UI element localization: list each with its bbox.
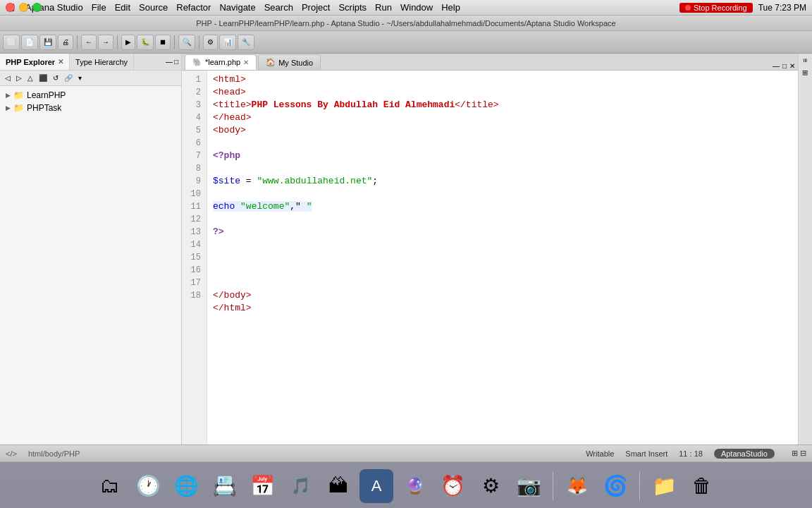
dock-chrome[interactable]: 🌀 [598,469,632,503]
toolbar-back[interactable]: ← [81,35,97,50]
dock-preferences[interactable]: ⚙ [474,469,508,503]
tree-item-phptask[interactable]: ▶ 📁 PHPTask [0,102,181,114]
sidebar-tab-controls: — □ [166,58,181,66]
dock-time-machine[interactable]: ⏰ [436,469,469,503]
sidebar-tool-link[interactable]: 🔗 [62,73,75,83]
dock-system-prefs[interactable]: 🕐 [131,469,165,503]
status-app-badge: AptanaStudio [714,449,775,459]
menubar: ⌘ Aptana Studio File Edit Source Refacto… [0,0,812,16]
sidebar-tool-up[interactable]: △ [25,73,35,83]
menu-run[interactable]: Run [375,2,392,13]
menu-window[interactable]: Window [400,2,433,13]
dock-facetime[interactable]: 📷 [512,469,546,503]
learn-php-tab-icon: 🐘 [192,58,202,67]
toolbar-debug[interactable]: 🐛 [137,35,154,50]
minimize-button[interactable] [19,3,28,12]
sidebar-tab-type-hierarchy[interactable]: Type Hierarchy [70,54,134,70]
menu-help[interactable]: Help [441,2,460,13]
window-controls[interactable] [6,3,42,12]
toolbar-extra-1[interactable]: ⚙ [203,35,218,50]
statusbar: </> html/body/PHP Writable Smart Insert … [0,445,812,461]
dock-aptana[interactable]: A [359,469,393,503]
dock-folder[interactable]: 📁 [647,469,681,503]
tree-label-learnphp: LearnPHP [27,90,66,100]
toolbar-btn-print[interactable]: 🖨 [58,35,73,50]
toolbar-run[interactable]: ▶ [121,35,135,50]
breadcrumb-icon: </> [6,449,17,458]
editor-tab-my-studio[interactable]: 🏠 My Studio [258,54,321,70]
editor-tab-close[interactable]: ✕ [789,62,795,70]
toolbar-stop[interactable]: ⏹ [155,35,171,50]
editor-tab-learn-php[interactable]: 🐘 *learn.php ✕ [185,54,257,70]
sidebar-minimize[interactable]: — [166,58,173,66]
toolbar-sep-3 [174,35,175,49]
sidebar-tool-collapse[interactable]: ⬛ [37,73,49,83]
close-button[interactable] [6,3,15,12]
dock-finder[interactable]: 🗂 [93,469,127,503]
toolbar-btn-3[interactable]: 💾 [39,35,56,50]
sidebar-tab-bar: PHP Explorer ✕ Type Hierarchy — □ [0,54,181,71]
maximize-button[interactable] [32,3,42,12]
tree-label-phptask: PHPTask [27,103,61,113]
sidebar-tool-forward[interactable]: ▷ [14,73,24,83]
sidebar-tab-php-explorer[interactable]: PHP Explorer ✕ [0,54,70,70]
sidebar-tool-refresh[interactable]: ↺ [51,73,61,83]
php-explorer-close[interactable]: ✕ [58,58,63,66]
type-hierarchy-label: Type Hierarchy [75,58,128,66]
menu-source[interactable]: Source [139,2,168,13]
menu-scripts[interactable]: Scripts [338,2,367,13]
dock-photos[interactable]: 🏔 [321,469,355,503]
stop-recording-label: Stop Recording [694,4,747,12]
clock: Tue 7:23 PM [758,3,806,13]
dock: 🗂 🕐 🌐 📇 📅 🎵 🏔 A 🔮 ⏰ ⚙ 📷 🦊 🌀 📁 🗑 [0,461,812,508]
menu-edit[interactable]: Edit [115,2,130,13]
learn-php-tab-close[interactable]: ✕ [243,59,249,66]
dock-itunes[interactable]: 🎵 [283,469,317,503]
status-icons[interactable]: ⊞ ⊟ [792,449,806,458]
toolbar-search[interactable]: 🔍 [178,35,195,50]
menu-project[interactable]: Project [302,2,330,13]
editor-tab-max[interactable]: □ [782,62,787,70]
sidebar-tool-menu[interactable]: ▾ [76,73,84,83]
dock-trash[interactable]: 🗑 [685,469,719,503]
menu-file[interactable]: File [92,2,106,13]
breadcrumb: html/body/PHP [28,449,80,458]
code-editor[interactable]: 1 2 3 4 5 6 7 8 9 10 11 12 13 14 15 16 1… [182,71,798,445]
learn-php-tab-label: *learn.php [205,58,240,66]
dock-firefox[interactable]: 🦊 [560,469,594,503]
tree-item-learnphp[interactable]: ▶ 📁 LearnPHP [0,89,181,102]
status-right: Writable Smart Insert 11 : 18 AptanaStud… [586,449,806,459]
code-content[interactable]: <html> <head> <title>PHP Lessons By Abdu… [207,71,798,445]
line-numbers: 1 2 3 4 5 6 7 8 9 10 11 12 13 14 15 16 1… [182,71,207,445]
toolbar-btn-1[interactable]: ⬜ [3,35,20,50]
dock-calendar[interactable]: 📅 [245,469,279,503]
dock-safari[interactable]: 🌐 [169,469,203,503]
toolbar-btn-2[interactable]: 📄 [21,35,38,50]
right-panel-btn-2[interactable]: ⊞ [800,68,811,78]
file-tree: ▶ 📁 LearnPHP ▶ 📁 PHPTask [0,86,181,445]
stop-recording-button[interactable]: Stop Recording [679,3,753,13]
titlebar: PHP - LearnPHP/learnPHP/learn.php - Apta… [0,16,812,31]
status-cursor: 11 : 18 [679,449,703,458]
dock-siri[interactable]: 🔮 [398,469,431,503]
toolbar-forward[interactable]: → [98,35,113,50]
editor-tab-bar: 🐘 *learn.php ✕ 🏠 My Studio — □ ✕ [182,54,798,71]
menu-search[interactable]: Search [264,2,293,13]
sidebar-maximize[interactable]: □ [174,58,178,66]
menu-refactor[interactable]: Refactor [176,2,211,13]
toolbar-extra-3[interactable]: 🔧 [238,35,254,50]
window-title: PHP - LearnPHP/learnPHP/learn.php - Apta… [196,19,615,28]
editor-area: 🐘 *learn.php ✕ 🏠 My Studio — □ ✕ 1 2 3 4… [182,54,798,445]
my-studio-tab-icon: 🏠 [266,58,276,67]
sidebar-tool-back[interactable]: ◁ [3,73,13,83]
editor-tab-controls: — □ ✕ [773,62,798,70]
dock-contacts[interactable]: 📇 [207,469,241,503]
dock-separator-2 [639,472,640,500]
toolbar-sep-4 [199,35,199,49]
right-panel-btn-1[interactable]: ≡ [800,56,811,65]
editor-tab-min[interactable]: — [773,62,780,70]
main-area: PHP Explorer ✕ Type Hierarchy — □ ◁ ▷ △ … [0,54,812,445]
menu-navigate[interactable]: Navigate [219,2,255,13]
status-writable: Writable [586,449,614,458]
toolbar-extra-2[interactable]: 📊 [219,35,236,50]
